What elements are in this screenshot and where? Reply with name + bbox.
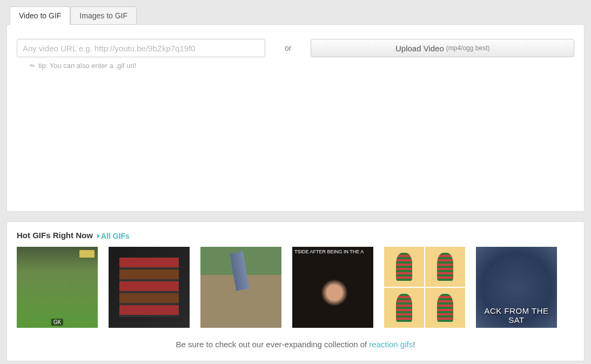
hot-gifs-panel: Hot GIFs Right Now All GIFs Be sure to c… bbox=[6, 221, 585, 361]
gif-thumb[interactable] bbox=[17, 247, 98, 328]
hot-gifs-title: Hot GIFs Right Now bbox=[17, 231, 93, 240]
or-separator: or bbox=[278, 44, 298, 52]
footer-prefix: Be sure to check out our ever-expanding … bbox=[176, 340, 370, 349]
all-gifs-link[interactable]: All GIFs bbox=[97, 232, 130, 240]
tab-images-to-gif[interactable]: Images to GIF bbox=[70, 6, 137, 25]
pin-icon: ✎ bbox=[28, 61, 37, 70]
footer-suffix: ! bbox=[413, 340, 415, 349]
reaction-gifs-link[interactable]: reaction gifs bbox=[369, 340, 413, 349]
gif-thumb[interactable] bbox=[476, 247, 557, 328]
upload-video-button[interactable]: Upload Video (mp4/ogg best) bbox=[311, 39, 574, 57]
tip-row: ✎ tip: You can also enter a .gif url! bbox=[30, 62, 574, 70]
thumbnail-row bbox=[17, 247, 574, 328]
all-gifs-label: All GIFs bbox=[101, 232, 130, 240]
upload-subtext: (mp4/ogg best) bbox=[446, 44, 490, 52]
footer-text: Be sure to check out our ever-expanding … bbox=[17, 340, 574, 349]
gif-thumb[interactable] bbox=[109, 247, 190, 328]
tip-text: tip: You can also enter a .gif url! bbox=[38, 62, 136, 70]
tab-video-to-gif[interactable]: Video to GIF bbox=[10, 6, 70, 25]
video-url-input[interactable] bbox=[17, 39, 265, 57]
input-row: or Upload Video (mp4/ogg best) bbox=[17, 39, 574, 57]
tabs-container: Video to GIF Images to GIF bbox=[6, 6, 585, 25]
gif-thumb[interactable] bbox=[384, 247, 465, 328]
content-spacer bbox=[17, 70, 574, 199]
gif-thumb[interactable] bbox=[292, 247, 373, 328]
gif-thumb[interactable] bbox=[200, 247, 281, 328]
triangle-icon bbox=[97, 234, 100, 238]
tab-list: Video to GIF Images to GIF bbox=[6, 6, 585, 25]
upload-label: Upload Video bbox=[395, 44, 444, 53]
hot-header: Hot GIFs Right Now All GIFs bbox=[17, 231, 574, 240]
main-panel: or Upload Video (mp4/ogg best) ✎ tip: Yo… bbox=[6, 24, 585, 212]
